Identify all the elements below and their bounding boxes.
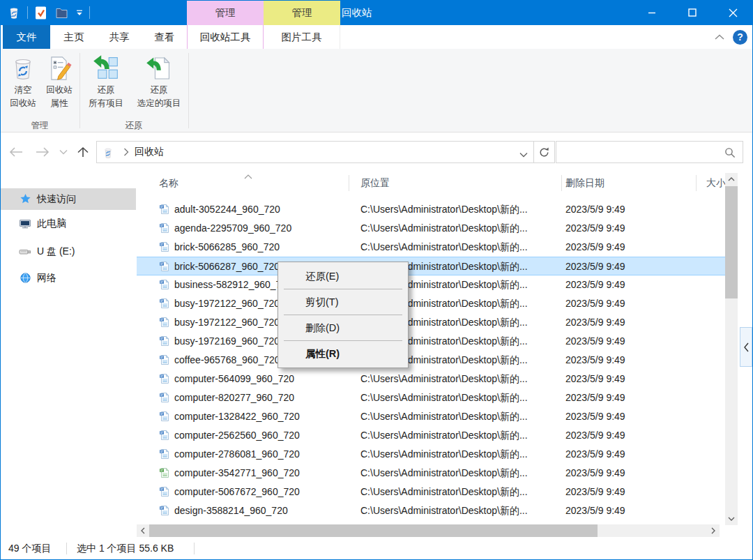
qat-dropdown-arrow-icon[interactable] <box>75 2 84 23</box>
tab-picture-tools[interactable]: 图片工具 <box>264 25 340 49</box>
file-deleted-date: 2023/5/9 9:49 <box>565 332 691 351</box>
file-row[interactable]: computer-2786081_960_720C:\Users\Adminis… <box>137 445 725 464</box>
scroll-right-icon[interactable] <box>707 524 720 537</box>
menu-item-properties[interactable]: 属性(R) <box>278 342 408 365</box>
horizontal-scrollbar[interactable] <box>137 524 720 537</box>
vertical-scrollbar[interactable] <box>725 173 738 525</box>
checkmark-icon[interactable] <box>33 2 49 23</box>
empty-recycle-bin-icon <box>9 54 37 82</box>
menu-item-delete[interactable]: 删除(D) <box>278 316 408 340</box>
ribbon-tab-row: 文件 主页 共享 查看 回收站工具 图片工具 <box>0 25 753 49</box>
recent-locations-icon[interactable] <box>59 133 68 171</box>
column-header-name[interactable]: 名称 <box>159 173 178 193</box>
folder-icon[interactable] <box>54 2 70 23</box>
ribbon: 清空 回收站 回收站 属性 还原 所有项目 还原 选定的项目 管理 还原 <box>0 49 753 133</box>
usb-drive-icon <box>19 247 31 257</box>
address-bar[interactable]: 回收站 <box>96 141 534 163</box>
context-menu: 还原(E) 剪切(T) 删除(D) 属性(R) <box>277 262 409 368</box>
contextual-tab-group-recycle[interactable]: 管理 <box>187 0 264 25</box>
tab-recycle-bin-tools[interactable]: 回收站工具 <box>187 25 264 49</box>
file-row[interactable]: design-3588214_960_720C:\Users\Administr… <box>137 501 725 520</box>
panel-expander-button[interactable] <box>740 327 752 367</box>
address-dropdown-icon[interactable] <box>519 148 528 160</box>
up-icon[interactable] <box>75 133 91 171</box>
column-separator[interactable] <box>561 175 562 191</box>
vertical-scroll-thumb[interactable] <box>725 186 738 298</box>
file-deleted-date: 2023/5/9 9:49 <box>565 426 691 445</box>
menu-item-restore[interactable]: 还原(E) <box>278 264 408 288</box>
file-deleted-date: 2023/5/9 9:49 <box>565 257 691 276</box>
file-original-location: C:\Users\Administrator\Desktop\新的... <box>360 464 560 483</box>
file-row[interactable]: computer-564099_960_720C:\Users\Administ… <box>137 370 725 388</box>
image-file-icon <box>159 486 170 497</box>
file-row[interactable]: brick-5066285_960_720C:\Users\Administra… <box>137 238 725 257</box>
scroll-left-icon[interactable] <box>137 524 149 537</box>
file-row[interactable]: agenda-2295709_960_720C:\Users\Administr… <box>137 219 725 238</box>
search-icon <box>724 147 736 161</box>
column-separator[interactable] <box>696 175 697 191</box>
horizontal-scroll-thumb[interactable] <box>149 524 598 537</box>
file-row[interactable]: brick-5066287_960_720C:\Users\Administra… <box>137 257 725 275</box>
recycle-bin-icon[interactable] <box>6 2 22 23</box>
file-name: computer-2786081_960_720 <box>174 445 345 464</box>
sidebar-item-quick-access[interactable]: 快速访问 <box>0 188 136 210</box>
menu-item-cut[interactable]: 剪切(T) <box>278 290 408 314</box>
sidebar-item-usb-drive[interactable]: U 盘 (E:) <box>0 241 136 262</box>
column-header-date-deleted[interactable]: 删除日期 <box>565 173 604 193</box>
sidebar-item-this-pc[interactable]: 此电脑 <box>0 213 136 234</box>
restore-all-items-icon <box>92 54 120 82</box>
scroll-up-icon[interactable] <box>725 173 738 186</box>
file-row[interactable]: computer-2562560_960_720C:\Users\Adminis… <box>137 426 725 445</box>
tab-view[interactable]: 查看 <box>146 25 183 49</box>
status-bar: 49 个项目 选中 1 个项目 55.6 KB <box>0 538 753 559</box>
scroll-down-icon[interactable] <box>725 513 738 525</box>
sidebar-item-network[interactable]: 网络 <box>0 267 136 289</box>
column-header-original-location[interactable]: 原位置 <box>360 173 390 193</box>
file-original-location: C:\Users\Administrator\Desktop\新的... <box>360 501 560 520</box>
contextual-tab-group-picture[interactable]: 管理 <box>264 0 340 25</box>
search-input[interactable] <box>561 143 717 161</box>
tab-share[interactable]: 共享 <box>101 25 137 49</box>
file-row[interactable]: computer-1328422_960_720C:\Users\Adminis… <box>137 407 725 426</box>
ribbon-group-separator <box>188 53 189 128</box>
this-pc-icon <box>19 218 31 229</box>
collapse-ribbon-icon[interactable] <box>715 31 724 43</box>
search-box[interactable] <box>556 141 743 163</box>
file-name: computer-820277_960_720 <box>174 388 345 407</box>
image-file-icon <box>159 261 170 272</box>
breadcrumb-chevron-icon[interactable] <box>123 148 129 156</box>
breadcrumb-location[interactable]: 回收站 <box>135 146 164 158</box>
file-name: computer-564099_960_720 <box>174 370 345 388</box>
sidebar-item-label: 网络 <box>37 272 56 285</box>
help-icon[interactable]: ? <box>733 30 747 45</box>
file-original-location: C:\Users\Administrator\Desktop\新的... <box>360 407 560 426</box>
file-row[interactable]: computer-820277_960_720C:\Users\Administ… <box>137 388 725 407</box>
close-button[interactable] <box>713 0 753 25</box>
file-row[interactable]: busy-1972122_960_720C:\Users\Administrat… <box>137 294 725 313</box>
column-separator[interactable] <box>349 175 349 191</box>
file-row[interactable]: adult-3052244_960_720C:\Users\Administra… <box>137 200 725 219</box>
image-file-icon <box>159 298 170 309</box>
file-name: design-3588214_960_720 <box>174 501 345 520</box>
refresh-button[interactable] <box>533 141 555 163</box>
file-row[interactable]: computer-3542771_960_720C:\Users\Adminis… <box>137 464 725 483</box>
menu-separator <box>284 340 402 341</box>
file-row[interactable]: coffee-965768_960_720C:\Users\Administra… <box>137 351 725 370</box>
maximize-button[interactable] <box>672 0 713 25</box>
image-file-icon <box>159 204 170 215</box>
file-row[interactable]: business-582912_960_720C:\Users\Administ… <box>137 275 725 294</box>
minimize-button[interactable] <box>632 0 672 25</box>
sort-ascending-icon <box>244 169 252 182</box>
file-row[interactable]: computer-5067672_960_720C:\Users\Adminis… <box>137 483 725 501</box>
file-row[interactable]: busy-1972122_960_720C:\Users\Administrat… <box>137 313 725 332</box>
column-header-size[interactable]: 大小 <box>706 173 726 193</box>
back-icon[interactable] <box>8 133 24 171</box>
file-original-location: C:\Users\Administrator\Desktop\新的... <box>360 370 560 388</box>
image-file-icon <box>159 354 170 365</box>
network-icon <box>19 272 31 284</box>
navigation-bar: 回收站 <box>0 133 753 171</box>
tab-home[interactable]: 主页 <box>56 25 92 49</box>
forward-icon[interactable] <box>35 133 50 171</box>
tab-file[interactable]: 文件 <box>3 25 50 49</box>
file-row[interactable]: busy-1972169_960_720C:\Users\Administrat… <box>137 332 725 351</box>
